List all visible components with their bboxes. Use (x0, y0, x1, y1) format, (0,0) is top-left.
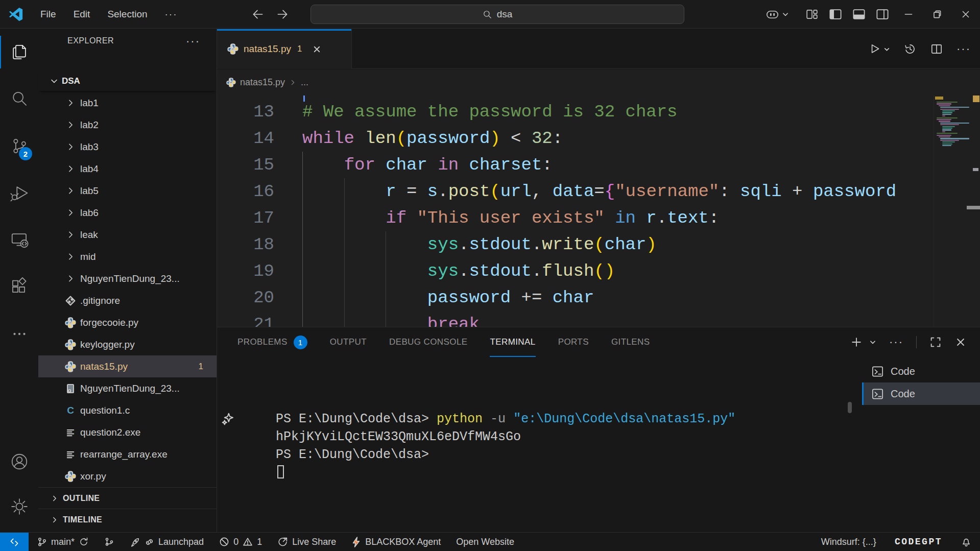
restore-button[interactable] (923, 0, 951, 29)
vscode-logo-icon (8, 7, 23, 22)
panel-tab-terminal[interactable]: TERMINAL (490, 327, 535, 357)
minimize-button[interactable] (894, 0, 923, 29)
panel-tab-output[interactable]: OUTPUT (330, 327, 367, 357)
terminal-output[interactable]: PS E:\Dung\Code\dsa> python -u "e:\Dung\… (237, 374, 735, 428)
toggle-secondary-sidebar-button[interactable] (871, 0, 894, 29)
new-terminal-icon[interactable] (850, 336, 863, 348)
branch-status[interactable]: main* (37, 537, 89, 547)
terminal-instance-code[interactable]: Code (862, 360, 980, 382)
activity-source-control[interactable]: 2 (0, 123, 38, 170)
back-arrow-icon[interactable] (251, 8, 265, 21)
line-number: 19 (217, 258, 274, 284)
activity-remote-explorer[interactable] (0, 217, 38, 263)
tree-item-lab5[interactable]: lab5 (38, 180, 217, 202)
editor-actions: ··· (868, 29, 971, 69)
tree-item-question2.exe[interactable]: question2.exe (38, 421, 217, 443)
problems-status[interactable]: 0 1 (219, 537, 262, 547)
commit-graph-button[interactable] (104, 537, 114, 547)
remote-indicator[interactable] (0, 533, 29, 551)
tree-item-forgecooie.py[interactable]: forgecooie.py (38, 312, 217, 333)
tab-natas15[interactable]: natas15.py 1 (217, 29, 352, 69)
forward-arrow-icon[interactable] (276, 8, 289, 21)
tree-item-xor.py[interactable]: xor.py (38, 465, 217, 487)
timeline-section[interactable]: TIMELINE (38, 509, 217, 530)
tree-item-natas15.py[interactable]: natas15.py 1 (38, 355, 217, 377)
panel-tab-ports[interactable]: PORTS (558, 327, 589, 357)
tree-item-question1.c[interactable]: C question1.c (38, 399, 217, 421)
menu-edit[interactable]: Edit (65, 5, 99, 23)
folder-section-header[interactable]: DSA (38, 71, 217, 91)
activity-accounts[interactable] (0, 439, 38, 484)
toggle-panel-button[interactable] (847, 0, 871, 29)
code-line-20[interactable]: 20 password += char (217, 284, 934, 311)
tree-item-lab3[interactable]: lab3 (38, 136, 217, 158)
code-editor[interactable]: 13 # We assume the password is 32 chars … (217, 95, 980, 327)
command-center-search[interactable]: dsa (310, 5, 684, 24)
code-line-16[interactable]: 16 r = s.post(url, data={"username": sql… (217, 178, 934, 205)
tree-item-NguyenTienDung_23...[interactable]: NguyenTienDung_23... (38, 377, 217, 399)
terminal-scrollbar[interactable] (848, 402, 852, 413)
tree-item-lab1[interactable]: lab1 (38, 92, 217, 114)
tree-item-.gitignore[interactable]: .gitignore (38, 290, 217, 312)
toggle-primary-sidebar-button[interactable] (824, 0, 847, 29)
windsurf-status[interactable]: Windsurf: {...} (821, 537, 876, 547)
tree-item-lab4[interactable]: lab4 (38, 158, 217, 180)
python-file-icon (226, 78, 236, 87)
code-line-21[interactable]: 21 break (217, 311, 934, 327)
editor-more-actions[interactable]: ··· (957, 42, 971, 56)
panel-tab-problems[interactable]: PROBLEMS1 (237, 327, 307, 357)
scrollbar-thumb[interactable] (967, 206, 980, 209)
menu-file[interactable]: File (32, 5, 65, 23)
panel-more-actions[interactable]: ··· (889, 336, 903, 349)
tree-item-mid[interactable]: mid (38, 246, 217, 268)
live-share-icon (277, 537, 288, 547)
tree-item-lab6[interactable]: lab6 (38, 202, 217, 224)
customize-layout-button[interactable] (800, 0, 824, 29)
menu-more[interactable]: ··· (156, 5, 186, 23)
code-line-19[interactable]: 19 sys.stdout.flush() (217, 258, 934, 284)
maximize-panel-icon[interactable] (929, 336, 942, 348)
activity-search[interactable] (0, 76, 38, 123)
activity-settings[interactable] (0, 484, 38, 529)
code-line-17[interactable]: 17 if "This user exists" in r.text: (217, 205, 934, 231)
live-share-button[interactable]: Live Share (277, 537, 336, 547)
breadcrumb[interactable]: natas15.py ... (217, 69, 980, 95)
sidebar-more-actions[interactable]: ··· (186, 35, 200, 48)
close-panel-icon[interactable] (954, 336, 967, 348)
copilot-icon (766, 8, 779, 21)
codegpt-status[interactable]: CODEGPT (895, 537, 942, 547)
terminal-instance-code[interactable]: Code (862, 382, 980, 405)
blackbox-agent-button[interactable]: BLACKBOX Agent (351, 537, 441, 547)
tree-item-lab2[interactable]: lab2 (38, 114, 217, 136)
menu-selection[interactable]: Selection (99, 5, 156, 23)
launchpad-button[interactable]: Launchpad (130, 537, 204, 547)
bell-icon[interactable] (961, 536, 972, 547)
tree-item-keylogger.py[interactable]: keylogger.py (38, 333, 217, 355)
panel-tab-debug-console[interactable]: DEBUG CONSOLE (389, 327, 468, 357)
ai-sparkle-icon[interactable] (221, 412, 235, 426)
tree-item-NguyenTienDung_23...[interactable]: NguyenTienDung_23... (38, 268, 217, 290)
split-editor-icon[interactable] (930, 42, 943, 56)
open-website-button[interactable]: Open Website (456, 537, 514, 547)
minimap[interactable] (934, 95, 970, 327)
copilot-button[interactable] (766, 8, 789, 21)
code-line-15[interactable]: 15 for char in charset: (217, 152, 934, 178)
code-line-14[interactable]: 14 while len(password) < 32: (217, 125, 934, 152)
codegpt-label: CODEGPT (895, 537, 942, 547)
tree-item-rearrange_array.exe[interactable]: rearrange_array.exe (38, 443, 217, 465)
chevron-down-icon[interactable] (869, 339, 876, 346)
close-window-button[interactable] (951, 0, 980, 29)
panel-tab-gitlens[interactable]: GITLENS (611, 327, 650, 357)
activity-extensions[interactable] (0, 263, 38, 310)
activity-more[interactable] (0, 310, 38, 357)
timeline-history-icon[interactable] (903, 42, 917, 56)
activity-explorer[interactable] (0, 29, 38, 76)
activity-run-debug[interactable] (0, 170, 38, 217)
outline-section[interactable]: OUTLINE (38, 487, 217, 509)
tree-item-leak[interactable]: leak (38, 224, 217, 246)
tab-close-icon[interactable] (312, 44, 322, 54)
code-line-13[interactable]: 13 # We assume the password is 32 chars (217, 99, 934, 125)
code-line-18[interactable]: 18 sys.stdout.write(char) (217, 231, 934, 258)
run-python-button[interactable] (868, 42, 890, 56)
chevron-down-icon (782, 11, 789, 18)
